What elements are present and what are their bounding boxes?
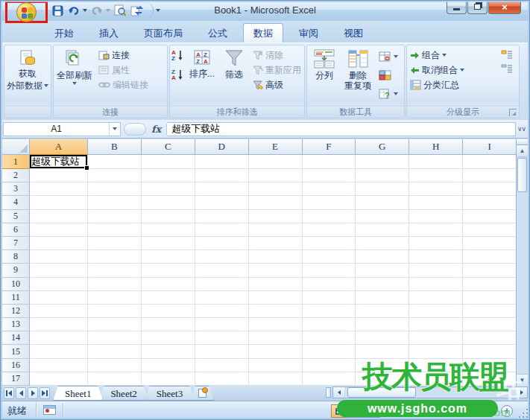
cell-C12[interactable] xyxy=(142,305,195,318)
cell-C1[interactable] xyxy=(142,155,195,169)
cell-A3[interactable] xyxy=(30,182,88,196)
name-box-dropdown-icon[interactable] xyxy=(109,123,120,136)
cell-H1[interactable] xyxy=(409,155,463,169)
remove-duplicates-button[interactable]: 删除重复项 xyxy=(340,48,376,92)
cell-A14[interactable] xyxy=(30,331,88,345)
row-header-4[interactable]: 4 xyxy=(2,196,30,209)
cell-I13[interactable] xyxy=(463,318,517,331)
cell-H2[interactable] xyxy=(409,169,463,182)
column-header-D[interactable]: D xyxy=(195,139,249,155)
cell-H13[interactable] xyxy=(409,318,463,331)
window-close-button[interactable]: × xyxy=(488,0,521,14)
show-detail-icon[interactable] xyxy=(501,50,517,59)
cell-I8[interactable] xyxy=(463,250,517,264)
cell-B14[interactable] xyxy=(88,331,142,345)
prev-sheet-button[interactable] xyxy=(16,387,26,399)
cell-C4[interactable] xyxy=(142,196,195,209)
column-header-E[interactable]: E xyxy=(249,139,303,155)
connections-button[interactable]: 连接 xyxy=(97,48,150,63)
row-header-17[interactable]: 17 xyxy=(2,372,30,386)
cell-F2[interactable] xyxy=(303,169,356,182)
sort-za-button[interactable]: ZA xyxy=(171,69,185,80)
row-header-6[interactable]: 6 xyxy=(2,223,30,237)
cell-E9[interactable] xyxy=(249,264,303,277)
cell-F5[interactable] xyxy=(303,210,356,223)
row-header-1[interactable]: 1 xyxy=(2,155,30,169)
cell-I2[interactable] xyxy=(463,169,517,182)
last-sheet-button[interactable] xyxy=(40,387,50,399)
tab-insert[interactable]: 插入 xyxy=(89,25,128,42)
cell-C8[interactable] xyxy=(142,250,195,264)
cell-G3[interactable] xyxy=(356,182,409,196)
cell-C16[interactable] xyxy=(142,359,195,372)
cell-F11[interactable] xyxy=(303,291,356,305)
cell-E5[interactable] xyxy=(249,210,303,223)
cell-B4[interactable] xyxy=(88,196,142,209)
cell-E6[interactable] xyxy=(249,223,303,237)
data-validation-button[interactable] xyxy=(377,49,400,64)
cell-A2[interactable] xyxy=(30,169,88,182)
cell-I6[interactable] xyxy=(463,223,517,237)
cell-E14[interactable] xyxy=(249,331,303,345)
cell-A9[interactable] xyxy=(30,264,88,277)
cell-D15[interactable] xyxy=(195,345,249,358)
cell-G13[interactable] xyxy=(356,318,409,331)
column-header-A[interactable]: A xyxy=(30,139,88,155)
tab-formulas[interactable]: 公式 xyxy=(198,25,237,42)
cell-A11[interactable] xyxy=(30,291,88,305)
consolidate-button[interactable] xyxy=(377,68,400,83)
cell-H10[interactable] xyxy=(409,278,463,291)
row-header-8[interactable]: 8 xyxy=(2,250,30,264)
row-header-7[interactable]: 7 xyxy=(2,237,30,250)
cell-F7[interactable] xyxy=(303,237,356,250)
row-header-12[interactable]: 12 xyxy=(2,305,30,318)
cell-E10[interactable] xyxy=(249,278,303,291)
column-header-H[interactable]: H xyxy=(409,139,463,155)
cell-E2[interactable] xyxy=(249,169,303,182)
cell-E8[interactable] xyxy=(249,250,303,264)
cell-C6[interactable] xyxy=(142,223,195,237)
cell-F1[interactable] xyxy=(303,155,356,169)
cell-E7[interactable] xyxy=(249,237,303,250)
cell-H3[interactable] xyxy=(409,182,463,196)
formula-bar-grip[interactable] xyxy=(124,123,146,136)
tab-data[interactable]: 数据 xyxy=(243,23,283,42)
cell-C15[interactable] xyxy=(142,345,195,358)
cell-H8[interactable] xyxy=(409,250,463,264)
dialog-launcher-icon[interactable] xyxy=(509,109,517,116)
cell-C14[interactable] xyxy=(142,331,195,345)
cell-F17[interactable] xyxy=(303,372,356,386)
row-header-2[interactable]: 2 xyxy=(2,169,30,182)
cell-B16[interactable] xyxy=(88,359,142,372)
cell-C17[interactable] xyxy=(142,372,195,386)
cell-A8[interactable] xyxy=(30,250,88,264)
ungroup-button[interactable]: 取消组合 xyxy=(408,63,501,77)
macro-record-icon[interactable] xyxy=(43,405,56,415)
text-to-columns-button[interactable]: 分列 xyxy=(309,48,340,82)
cell-I9[interactable] xyxy=(463,264,517,277)
tab-page-layout[interactable]: 页面布局 xyxy=(134,25,192,42)
cell-C5[interactable] xyxy=(142,210,195,223)
cell-B9[interactable] xyxy=(88,264,142,277)
refresh-all-button[interactable]: 全部刷新 xyxy=(55,48,94,86)
group-button[interactable]: 组合 xyxy=(408,48,501,63)
cell-D10[interactable] xyxy=(195,278,249,291)
select-all-corner[interactable] xyxy=(2,139,30,155)
cell-F12[interactable] xyxy=(303,305,356,318)
cell-I3[interactable] xyxy=(463,182,517,196)
cell-G8[interactable] xyxy=(356,250,409,264)
filter-button[interactable]: 筛选 xyxy=(219,48,249,81)
column-header-G[interactable]: G xyxy=(356,139,409,155)
cell-D17[interactable] xyxy=(195,372,249,386)
cell-C2[interactable] xyxy=(142,169,195,182)
cell-H4[interactable] xyxy=(409,196,463,209)
cell-A17[interactable] xyxy=(30,372,88,386)
cell-B10[interactable] xyxy=(88,278,142,291)
cell-G12[interactable] xyxy=(356,305,409,318)
cell-G10[interactable] xyxy=(356,278,409,291)
window-restore-button[interactable] xyxy=(467,0,488,14)
cell-F4[interactable] xyxy=(303,196,356,209)
tab-view[interactable]: 视图 xyxy=(334,25,373,42)
cell-B8[interactable] xyxy=(88,250,142,264)
cell-F13[interactable] xyxy=(303,318,356,331)
